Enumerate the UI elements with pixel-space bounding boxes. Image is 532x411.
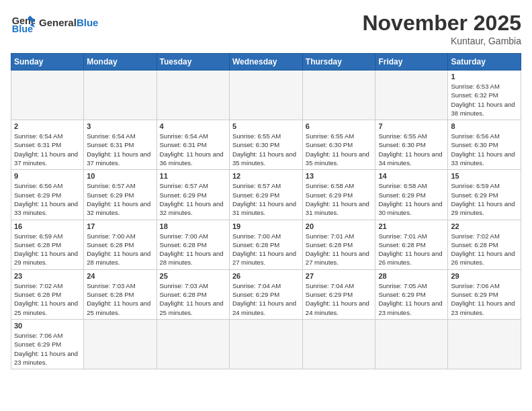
- calendar-day-cell: 8Sunrise: 6:56 AM Sunset: 6:30 PM Daylig…: [448, 120, 521, 170]
- calendar-day-cell: [375, 319, 448, 369]
- weekday-header: Monday: [84, 54, 157, 71]
- day-number: 25: [160, 272, 226, 280]
- day-number: 11: [160, 172, 226, 180]
- month-title: November 2025: [362, 11, 521, 36]
- day-number: 22: [451, 222, 518, 230]
- calendar-day-cell: 7Sunrise: 6:55 AM Sunset: 6:30 PM Daylig…: [375, 120, 448, 170]
- day-info: Sunrise: 7:02 AM Sunset: 6:28 PM Dayligh…: [14, 281, 81, 317]
- calendar-day-cell: 23Sunrise: 7:02 AM Sunset: 6:28 PM Dayli…: [11, 269, 84, 319]
- day-info: Sunrise: 6:57 AM Sunset: 6:29 PM Dayligh…: [160, 181, 226, 217]
- calendar-day-cell: 17Sunrise: 7:00 AM Sunset: 6:28 PM Dayli…: [84, 220, 157, 269]
- calendar-day-cell: 2Sunrise: 6:54 AM Sunset: 6:31 PM Daylig…: [11, 120, 84, 170]
- weekday-header: Friday: [375, 54, 448, 71]
- day-info: Sunrise: 6:54 AM Sunset: 6:31 PM Dayligh…: [160, 132, 226, 167]
- calendar-day-cell: [302, 319, 375, 369]
- day-number: 27: [306, 272, 373, 280]
- day-info: Sunrise: 6:59 AM Sunset: 6:29 PM Dayligh…: [451, 181, 518, 217]
- calendar-day-cell: 15Sunrise: 6:59 AM Sunset: 6:29 PM Dayli…: [448, 170, 521, 220]
- day-number: 9: [14, 172, 81, 180]
- calendar-day-cell: 9Sunrise: 6:56 AM Sunset: 6:29 PM Daylig…: [11, 170, 84, 220]
- calendar-week-row: 9Sunrise: 6:56 AM Sunset: 6:29 PM Daylig…: [11, 170, 521, 220]
- weekday-header: Thursday: [302, 54, 375, 71]
- day-number: 4: [160, 122, 226, 130]
- day-number: 13: [306, 172, 373, 180]
- calendar-day-cell: 1Sunrise: 6:53 AM Sunset: 6:32 PM Daylig…: [448, 71, 521, 120]
- weekday-header: Sunday: [11, 54, 84, 71]
- day-info: Sunrise: 7:05 AM Sunset: 6:29 PM Dayligh…: [378, 281, 445, 317]
- calendar-header-row: SundayMondayTuesdayWednesdayThursdayFrid…: [11, 54, 521, 71]
- calendar-day-cell: 24Sunrise: 7:03 AM Sunset: 6:28 PM Dayli…: [84, 269, 157, 319]
- calendar-day-cell: [11, 71, 84, 120]
- day-number: 8: [451, 122, 518, 130]
- day-info: Sunrise: 7:06 AM Sunset: 6:29 PM Dayligh…: [451, 281, 518, 317]
- day-info: Sunrise: 7:03 AM Sunset: 6:28 PM Dayligh…: [160, 281, 226, 317]
- day-number: 3: [87, 122, 153, 130]
- calendar-day-cell: [229, 71, 302, 120]
- logo-general: General: [39, 17, 77, 28]
- calendar-day-cell: 16Sunrise: 6:59 AM Sunset: 6:28 PM Dayli…: [11, 220, 84, 269]
- calendar-day-cell: 12Sunrise: 6:57 AM Sunset: 6:29 PM Dayli…: [229, 170, 302, 220]
- calendar-day-cell: [84, 71, 157, 120]
- weekday-header: Wednesday: [229, 54, 302, 71]
- day-info: Sunrise: 6:56 AM Sunset: 6:30 PM Dayligh…: [451, 132, 518, 167]
- day-number: 1: [451, 73, 518, 81]
- weekday-header: Tuesday: [157, 54, 229, 71]
- calendar-day-cell: 25Sunrise: 7:03 AM Sunset: 6:28 PM Dayli…: [157, 269, 229, 319]
- day-info: Sunrise: 6:54 AM Sunset: 6:31 PM Dayligh…: [87, 132, 153, 167]
- calendar-day-cell: [157, 71, 229, 120]
- day-info: Sunrise: 7:03 AM Sunset: 6:28 PM Dayligh…: [87, 281, 153, 317]
- day-info: Sunrise: 6:59 AM Sunset: 6:28 PM Dayligh…: [14, 232, 81, 267]
- calendar-week-row: 2Sunrise: 6:54 AM Sunset: 6:31 PM Daylig…: [11, 120, 521, 170]
- calendar-day-cell: 27Sunrise: 7:04 AM Sunset: 6:29 PM Dayli…: [302, 269, 375, 319]
- calendar-day-cell: 13Sunrise: 6:58 AM Sunset: 6:29 PM Dayli…: [302, 170, 375, 220]
- day-number: 2: [14, 122, 81, 130]
- day-number: 12: [232, 172, 300, 180]
- day-info: Sunrise: 7:06 AM Sunset: 6:29 PM Dayligh…: [14, 331, 81, 367]
- calendar-day-cell: [229, 319, 302, 369]
- calendar-week-row: 1Sunrise: 6:53 AM Sunset: 6:32 PM Daylig…: [11, 71, 521, 120]
- calendar-week-row: 16Sunrise: 6:59 AM Sunset: 6:28 PM Dayli…: [11, 220, 521, 269]
- calendar-week-row: 23Sunrise: 7:02 AM Sunset: 6:28 PM Dayli…: [11, 269, 521, 319]
- day-info: Sunrise: 6:58 AM Sunset: 6:29 PM Dayligh…: [378, 181, 445, 217]
- day-info: Sunrise: 6:57 AM Sunset: 6:29 PM Dayligh…: [232, 181, 300, 217]
- day-info: Sunrise: 7:00 AM Sunset: 6:28 PM Dayligh…: [87, 232, 153, 267]
- day-number: 28: [378, 272, 445, 280]
- day-info: Sunrise: 6:54 AM Sunset: 6:31 PM Dayligh…: [14, 132, 81, 167]
- day-info: Sunrise: 6:53 AM Sunset: 6:32 PM Dayligh…: [451, 82, 518, 118]
- day-number: 23: [14, 272, 81, 280]
- title-block: November 2025 Kuntaur, Gambia: [362, 11, 521, 46]
- day-number: 26: [232, 272, 300, 280]
- calendar-day-cell: 10Sunrise: 6:57 AM Sunset: 6:29 PM Dayli…: [84, 170, 157, 220]
- calendar-day-cell: 4Sunrise: 6:54 AM Sunset: 6:31 PM Daylig…: [157, 120, 229, 170]
- svg-text:Blue: Blue: [12, 24, 33, 34]
- calendar-day-cell: [375, 71, 448, 120]
- day-number: 21: [378, 222, 445, 230]
- calendar-day-cell: [302, 71, 375, 120]
- day-number: 20: [306, 222, 373, 230]
- day-info: Sunrise: 7:01 AM Sunset: 6:28 PM Dayligh…: [378, 232, 445, 267]
- weekday-header: Saturday: [448, 54, 521, 71]
- calendar-day-cell: 19Sunrise: 7:00 AM Sunset: 6:28 PM Dayli…: [229, 220, 302, 269]
- day-number: 10: [87, 172, 153, 180]
- day-info: Sunrise: 7:02 AM Sunset: 6:28 PM Dayligh…: [451, 232, 518, 267]
- calendar-day-cell: 18Sunrise: 7:00 AM Sunset: 6:28 PM Dayli…: [157, 220, 229, 269]
- day-info: Sunrise: 7:00 AM Sunset: 6:28 PM Dayligh…: [160, 232, 226, 267]
- day-number: 6: [306, 122, 373, 130]
- calendar-day-cell: 29Sunrise: 7:06 AM Sunset: 6:29 PM Dayli…: [448, 269, 521, 319]
- page-header: General Blue GeneralBlue November 2025 K…: [11, 11, 521, 46]
- calendar-day-cell: [448, 319, 521, 369]
- day-number: 16: [14, 222, 81, 230]
- day-info: Sunrise: 6:56 AM Sunset: 6:29 PM Dayligh…: [14, 181, 81, 217]
- day-number: 15: [451, 172, 518, 180]
- day-info: Sunrise: 6:58 AM Sunset: 6:29 PM Dayligh…: [306, 181, 373, 217]
- day-info: Sunrise: 6:55 AM Sunset: 6:30 PM Dayligh…: [306, 132, 373, 167]
- day-info: Sunrise: 6:55 AM Sunset: 6:30 PM Dayligh…: [232, 132, 300, 167]
- day-info: Sunrise: 7:01 AM Sunset: 6:28 PM Dayligh…: [306, 232, 373, 267]
- location-title: Kuntaur, Gambia: [362, 36, 521, 46]
- day-number: 29: [451, 272, 518, 280]
- calendar-day-cell: [84, 319, 157, 369]
- day-info: Sunrise: 7:04 AM Sunset: 6:29 PM Dayligh…: [306, 281, 373, 317]
- calendar-day-cell: 14Sunrise: 6:58 AM Sunset: 6:29 PM Dayli…: [375, 170, 448, 220]
- calendar-day-cell: 30Sunrise: 7:06 AM Sunset: 6:29 PM Dayli…: [11, 319, 84, 369]
- calendar-day-cell: 21Sunrise: 7:01 AM Sunset: 6:28 PM Dayli…: [375, 220, 448, 269]
